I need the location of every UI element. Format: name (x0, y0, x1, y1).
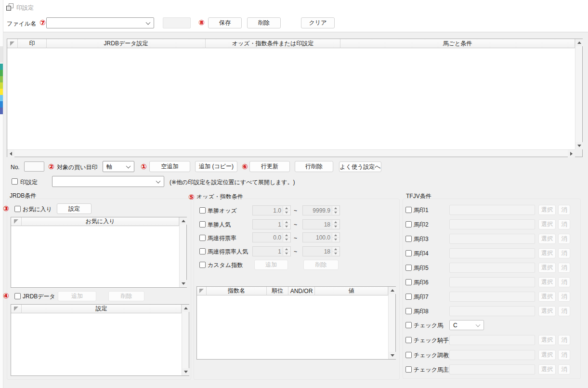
spinner-up-button[interactable] (332, 233, 339, 238)
horse-mark-4-clear-button[interactable]: 消 (558, 248, 570, 258)
horse-mark-1-checkbox[interactable] (405, 207, 412, 213)
jrdb-data-checkbox[interactable] (14, 293, 21, 299)
check-trainer-select-button[interactable]: 選択 (538, 350, 556, 360)
horse-mark-4-field[interactable] (449, 248, 535, 258)
check-trainer-checkbox[interactable] (405, 352, 412, 358)
scroll-left-button[interactable] (7, 150, 14, 157)
target-mark-combobox[interactable]: 軸 (103, 161, 134, 172)
spinner-down-button[interactable] (283, 238, 290, 241)
horse-mark-7-field[interactable] (449, 292, 535, 302)
spinner-up-button[interactable] (283, 247, 290, 252)
horse-mark-3-select-button[interactable]: 選択 (538, 234, 556, 244)
spinner-down-button[interactable] (332, 238, 339, 241)
index-table-scrollbar[interactable] (388, 287, 395, 359)
spinner-up-button[interactable] (332, 206, 339, 211)
horse-mark-2-field[interactable] (449, 219, 535, 229)
filename-combobox[interactable] (46, 17, 154, 28)
spinner-down-button[interactable] (332, 225, 339, 228)
scroll-down-button[interactable] (575, 142, 583, 149)
jrdb-setting-listbox[interactable]: 設定 (11, 304, 189, 376)
favorite-checkbox[interactable] (14, 206, 21, 212)
scroll-down-button[interactable] (389, 352, 396, 359)
horse-mark-2-clear-button[interactable]: 消 (558, 219, 570, 229)
horse-mark-8-checkbox[interactable] (405, 308, 412, 314)
horse-mark-4-checkbox[interactable] (405, 250, 412, 256)
custom-index-add-button[interactable]: 追加 (254, 260, 288, 270)
add-copy-button[interactable]: 追加 (コピー) (195, 161, 237, 172)
grid-vertical-scrollbar[interactable] (575, 39, 582, 149)
horse-mark-5-checkbox[interactable] (405, 265, 412, 271)
custom-index-checkbox[interactable] (199, 262, 206, 268)
grid-body[interactable] (7, 48, 575, 149)
horse-mark-2-select-button[interactable]: 選択 (538, 219, 556, 229)
check-jockey-checkbox[interactable] (405, 337, 412, 343)
horse-mark-7-clear-button[interactable]: 消 (558, 292, 570, 302)
horse-mark-2-checkbox[interactable] (405, 221, 412, 227)
win-odds-max[interactable]: 9999.9 (302, 205, 340, 215)
setting-list-scrollbar[interactable] (182, 305, 189, 375)
jrdb-delete-button[interactable]: 削除 (108, 291, 144, 301)
horse-mark-6-clear-button[interactable]: 消 (558, 277, 570, 287)
spinner-down-button[interactable] (283, 252, 290, 255)
spinner-down-button[interactable] (332, 211, 339, 214)
spinner-down-button[interactable] (332, 252, 339, 255)
row-no-field[interactable] (24, 161, 44, 172)
check-owner-checkbox[interactable] (405, 366, 412, 373)
spinner-up-button[interactable] (332, 247, 339, 252)
horse-mark-5-clear-button[interactable]: 消 (558, 263, 570, 273)
favorite-setting-button[interactable]: 設定 (57, 203, 91, 214)
check-owner-field[interactable] (449, 364, 535, 375)
horse-mark-6-checkbox[interactable] (405, 279, 412, 285)
quinella-vote-popularity-max[interactable]: 18 (302, 246, 340, 256)
check-trainer-clear-button[interactable]: 消 (558, 350, 570, 360)
horse-mark-8-clear-button[interactable]: 消 (558, 306, 570, 316)
scroll-up-button[interactable] (180, 217, 187, 225)
spinner-down-button[interactable] (283, 225, 290, 228)
horse-mark-5-field[interactable] (449, 263, 535, 273)
horse-mark-7-select-button[interactable]: 選択 (538, 292, 556, 302)
win-odds-min[interactable]: 1.0 (252, 205, 291, 215)
horse-mark-1-select-button[interactable]: 選択 (538, 205, 556, 215)
scroll-right-button[interactable] (568, 150, 575, 157)
quinella-vote-popularity-min[interactable]: 1 (252, 246, 291, 256)
horse-mark-6-select-button[interactable]: 選択 (538, 277, 556, 287)
scroll-up-button[interactable] (182, 305, 189, 312)
horse-mark-1-field[interactable] (449, 205, 535, 215)
row-update-button[interactable]: 行更新 (249, 161, 290, 172)
row-delete-button[interactable]: 行削除 (295, 161, 333, 172)
win-popularity-checkbox[interactable] (199, 221, 206, 227)
check-owner-select-button[interactable]: 選択 (538, 364, 556, 375)
horse-mark-5-select-button[interactable]: 選択 (538, 263, 556, 273)
favorites-settings-button[interactable]: よく使う設定へ (339, 161, 381, 172)
horse-mark-3-field[interactable] (449, 234, 535, 244)
horse-mark-3-clear-button[interactable]: 消 (558, 234, 570, 244)
grid-horizontal-scrollbar[interactable] (7, 149, 575, 157)
quinella-vote-rate-checkbox[interactable] (199, 235, 206, 241)
spinner-up-button[interactable] (283, 220, 290, 225)
favorite-listbox[interactable]: お気に入り (11, 217, 187, 288)
check-owner-clear-button[interactable]: 消 (558, 364, 570, 375)
check-jockey-field[interactable] (449, 335, 535, 345)
save-button[interactable]: 保存 (208, 17, 242, 28)
scroll-up-button[interactable] (575, 39, 583, 46)
scroll-down-button[interactable] (180, 280, 187, 287)
win-odds-checkbox[interactable] (199, 207, 206, 214)
spinner-up-button[interactable] (283, 233, 290, 238)
scroll-up-button[interactable] (389, 287, 396, 294)
check-horse-combobox[interactable]: C (449, 320, 484, 330)
win-popularity-max[interactable]: 18 (302, 219, 340, 229)
check-trainer-field[interactable] (449, 350, 535, 360)
custom-index-delete-button[interactable]: 削除 (303, 260, 339, 270)
favorite-list-scrollbar[interactable] (179, 217, 186, 287)
horse-mark-3-checkbox[interactable] (405, 236, 412, 242)
quinella-vote-popularity-checkbox[interactable] (199, 248, 206, 254)
mark-setting-combobox[interactable] (52, 176, 164, 187)
scroll-down-button[interactable] (182, 368, 189, 375)
horse-mark-4-select-button[interactable]: 選択 (538, 248, 556, 258)
horse-mark-7-checkbox[interactable] (405, 294, 412, 300)
horse-mark-1-clear-button[interactable]: 消 (558, 205, 570, 215)
spinner-up-button[interactable] (283, 206, 290, 211)
horse-mark-6-field[interactable] (449, 277, 535, 287)
empty-add-button[interactable]: 空追加 (149, 161, 190, 172)
quinella-vote-rate-max[interactable]: 100.0 (302, 232, 340, 242)
